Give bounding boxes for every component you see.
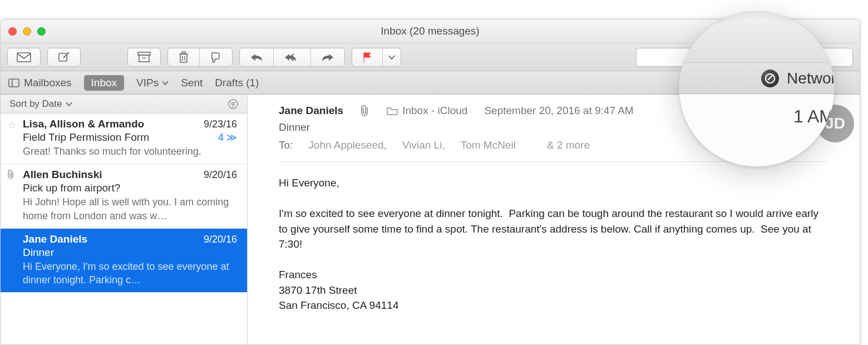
recipient[interactable]: Vivian Li, [402,139,445,151]
reply-all-icon [284,52,300,62]
svg-rect-12 [9,79,19,87]
reader-mailbox[interactable]: Inbox - iCloud [387,105,467,117]
junk-button[interactable] [200,48,232,66]
message-preview: Hi John! Hope all is well with you. I am… [23,195,237,223]
message-sender: Lisa, Allison & Armando [23,118,144,130]
fav-vips[interactable]: VIPs [136,77,169,89]
message-subject: Field Trip Permission Form [23,131,149,144]
message-date: 9/20/16 [204,169,237,181]
message-date: 9/20/16 [204,234,237,245]
filter-icon[interactable] [228,99,238,109]
network-offline-icon [761,70,779,87]
forward-icon [321,52,334,62]
flag-menu-button[interactable] [383,48,401,66]
chevron-down-icon [162,80,169,86]
message-preview: Hi Everyone, I'm so excited to see every… [23,260,237,287]
reply-icon [250,52,263,62]
thread-count[interactable]: 4 ≫ [218,131,237,144]
mailboxes-toggle[interactable]: Mailboxes [8,77,72,89]
reply-forward-group [239,48,345,67]
message-subject: Pick up from airport? [23,182,120,194]
attachment-icon [360,105,370,117]
svg-rect-1 [59,53,67,61]
svg-rect-4 [139,55,149,62]
svg-rect-6 [180,54,187,62]
fav-sent[interactable]: Sent [181,77,203,89]
chevron-down-icon [388,55,395,60]
thumbs-down-icon [210,52,222,63]
magnifier-status-bar: Network Offline [679,63,835,94]
message-sender: Jane Daniels [23,233,87,245]
message-row[interactable]: Jane Daniels9/20/16DinnerHi Everyone, I'… [1,229,247,293]
mailboxes-label: Mailboxes [24,77,72,89]
svg-point-14 [229,100,238,109]
magnifier-callout: Network Offline 1 AM JD [679,11,835,167]
reader-from: Jane Daniels [279,105,343,117]
recipient[interactable]: Tom McNeil [461,139,516,151]
fav-vips-label: VIPs [136,77,159,89]
archive-icon [137,52,151,63]
attachment-icon [7,170,15,180]
reader-date: September 20, 2016 at 9:47 AM [484,105,633,117]
star-icon: ☆ [7,119,16,131]
sort-bar[interactable]: Sort by Date [1,95,247,114]
flag-button[interactable] [352,48,383,66]
compose-icon [58,51,70,63]
flag-icon [362,52,372,63]
reader-more-recipients[interactable]: & 2 more [547,139,590,151]
message-list[interactable]: ☆Lisa, Allison & Armando9/23/16Field Tri… [1,114,247,293]
new-message-button[interactable] [7,48,41,67]
fav-inbox[interactable]: Inbox [84,75,124,91]
trash-icon [178,51,189,63]
message-list-pane: Sort by Date ☆Lisa, Allison & Armando9/2… [1,95,248,344]
reader-body: Hi Everyone, I'm so excited to see every… [279,175,828,313]
message-row[interactable]: ☆Lisa, Allison & Armando9/23/16Field Tri… [1,114,247,164]
fav-drafts[interactable]: Drafts (1) [215,77,259,89]
compose-button[interactable] [47,48,81,67]
sidebar-icon [8,78,19,87]
envelope-icon [17,52,31,62]
delete-junk-group [167,48,233,67]
archive-button[interactable] [127,48,161,67]
message-subject: Dinner [23,247,54,259]
forward-button[interactable] [311,48,344,66]
message-row[interactable]: Allen Buchinski9/20/16Pick up from airpo… [1,164,247,229]
svg-rect-9 [182,52,185,53]
svg-rect-0 [17,53,31,62]
message-preview: Great! Thanks so much for volunteering. [23,145,237,158]
reply-button[interactable] [240,48,274,66]
reply-all-button[interactable] [274,48,311,66]
message-sender: Allen Buchinski [23,169,102,181]
reader-recipients[interactable]: John Appleseed,Vivian Li,Tom McNeil [308,139,531,151]
to-label: To: [279,139,293,151]
recipient[interactable]: John Appleseed, [308,139,387,151]
chevron-down-icon [66,101,72,107]
folder-icon [387,106,398,115]
network-status-label: Network Offline [787,70,835,87]
message-date: 9/23/16 [204,119,237,130]
sort-label: Sort by Date [9,98,62,110]
flag-group [352,48,401,67]
reader-mailbox-label: Inbox - iCloud [402,105,467,117]
delete-button[interactable] [168,48,200,66]
